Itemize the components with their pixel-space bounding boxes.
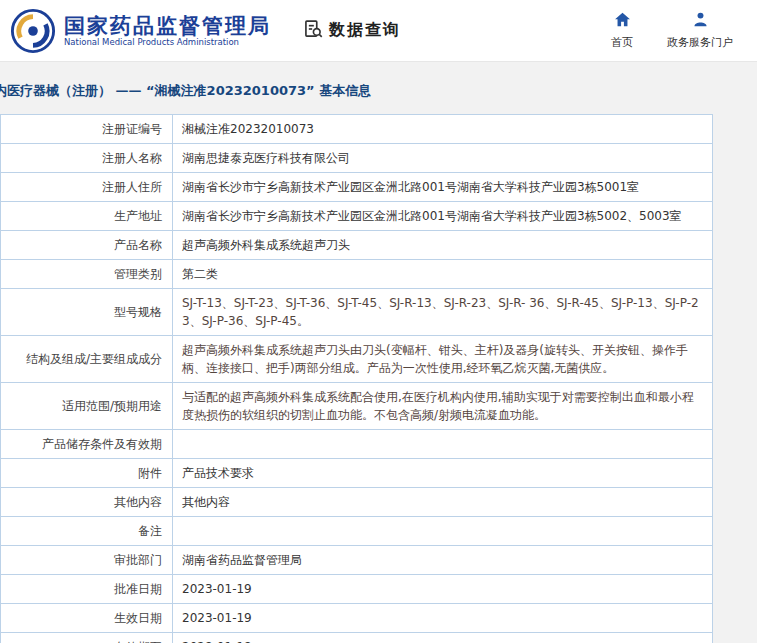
row-value: [173, 430, 713, 459]
row-label: 生产地址: [1, 202, 173, 231]
table-row: 其他内容 其他内容: [1, 488, 713, 517]
table-row: 审批部门 湖南省药品监督管理局: [1, 546, 713, 575]
table-row: 生效日期 2023-01-19: [1, 604, 713, 633]
table-row: 管理类别 第二类: [1, 260, 713, 289]
row-label: 备注: [1, 517, 173, 546]
row-label: 产品名称: [1, 231, 173, 260]
nav-portal[interactable]: 政务服务门户: [667, 11, 733, 50]
row-label: 生效日期: [1, 604, 173, 633]
table-row: 批准日期 2023-01-19: [1, 575, 713, 604]
table-row: 备注: [1, 517, 713, 546]
row-value: SJ-T-13、SJ-T-23、SJ-T-36、SJ-T-45、SJ-R-13、…: [173, 289, 713, 336]
table-row: 附件 产品技术要求: [1, 459, 713, 488]
row-value: 湖南思捷泰克医疗科技有限公司: [173, 144, 713, 173]
row-value: 其他内容: [173, 488, 713, 517]
page-title: 境内医疗器械（注册） —— “湘械注准20232010073” 基本信息: [0, 82, 757, 100]
row-value: [173, 517, 713, 546]
row-value: 2023-01-19: [173, 575, 713, 604]
row-value: 产品技术要求: [173, 459, 713, 488]
row-label: 有效期至: [1, 633, 173, 643]
nav-home[interactable]: 首页: [611, 11, 633, 50]
site-header: 国家药品监督管理局 National Medical Products Admi…: [0, 0, 757, 62]
data-query-section: 数据查询: [303, 19, 401, 43]
row-label: 注册证编号: [1, 115, 173, 144]
section-title: 数据查询: [329, 20, 401, 41]
row-label: 附件: [1, 459, 173, 488]
nmpa-logo-icon: [10, 8, 56, 54]
org-name-en: National Medical Products Administration: [64, 38, 271, 48]
header-nav: 首页 政务服务门户: [611, 11, 739, 50]
table-row: 型号规格 SJ-T-13、SJ-T-23、SJ-T-36、SJ-T-45、SJ-…: [1, 289, 713, 336]
table-row: 适用范围/预期用途 与适配的超声高频外科集成系统配合使用,在医疗机构内使用,辅助…: [1, 383, 713, 430]
row-value: 第二类: [173, 260, 713, 289]
nav-portal-label: 政务服务门户: [667, 35, 733, 50]
row-value: 湖南省长沙市宁乡高新技术产业园区金洲北路001号湖南省大学科技产业园3栋5002…: [173, 202, 713, 231]
org-name-cn: 国家药品监督管理局: [64, 14, 271, 38]
row-value: 2028-01-18: [173, 633, 713, 643]
row-value: 湖南省长沙市宁乡高新技术产业园区金洲北路001号湖南省大学科技产业园3栋5001…: [173, 173, 713, 202]
row-label: 其他内容: [1, 488, 173, 517]
row-label: 适用范围/预期用途: [1, 383, 173, 430]
page-content: 境内医疗器械（注册） —— “湘械注准20232010073” 基本信息 注册证…: [0, 62, 757, 643]
row-value: 2023-01-19: [173, 604, 713, 633]
user-icon: [692, 11, 709, 32]
registration-info-table: 注册证编号 湘械注准20232010073 注册人名称 湖南思捷泰克医疗科技有限…: [0, 114, 713, 643]
row-label: 型号规格: [1, 289, 173, 336]
home-icon: [614, 11, 631, 32]
nav-home-label: 首页: [611, 35, 633, 50]
table-row: 生产地址 湖南省长沙市宁乡高新技术产业园区金洲北路001号湖南省大学科技产业园3…: [1, 202, 713, 231]
row-label: 注册人名称: [1, 144, 173, 173]
table-row: 注册人住所 湖南省长沙市宁乡高新技术产业园区金洲北路001号湖南省大学科技产业园…: [1, 173, 713, 202]
table-row: 有效期至 2028-01-18: [1, 633, 713, 643]
row-label: 注册人住所: [1, 173, 173, 202]
table-row: 注册人名称 湖南思捷泰克医疗科技有限公司: [1, 144, 713, 173]
table-row: 产品名称 超声高频外科集成系统超声刀头: [1, 231, 713, 260]
row-label: 产品储存条件及有效期: [1, 430, 173, 459]
org-name: 国家药品监督管理局 National Medical Products Admi…: [64, 14, 271, 48]
row-label: 结构及组成/主要组成成分: [1, 336, 173, 383]
row-label: 管理类别: [1, 260, 173, 289]
row-label: 审批部门: [1, 546, 173, 575]
row-value: 超声高频外科集成系统超声刀头: [173, 231, 713, 260]
row-label: 批准日期: [1, 575, 173, 604]
table-row: 注册证编号 湘械注准20232010073: [1, 115, 713, 144]
row-value: 超声高频外科集成系统超声刀头由刀头(变幅杆、钳头、主杆)及器身(旋转头、开关按钮…: [173, 336, 713, 383]
table-row: 产品储存条件及有效期: [1, 430, 713, 459]
data-query-icon: [303, 19, 323, 43]
table-row: 结构及组成/主要组成成分 超声高频外科集成系统超声刀头由刀头(变幅杆、钳头、主杆…: [1, 336, 713, 383]
row-value: 湘械注准20232010073: [173, 115, 713, 144]
row-value: 湖南省药品监督管理局: [173, 546, 713, 575]
row-value: 与适配的超声高频外科集成系统配合使用,在医疗机构内使用,辅助实现于对需要控制出血…: [173, 383, 713, 430]
